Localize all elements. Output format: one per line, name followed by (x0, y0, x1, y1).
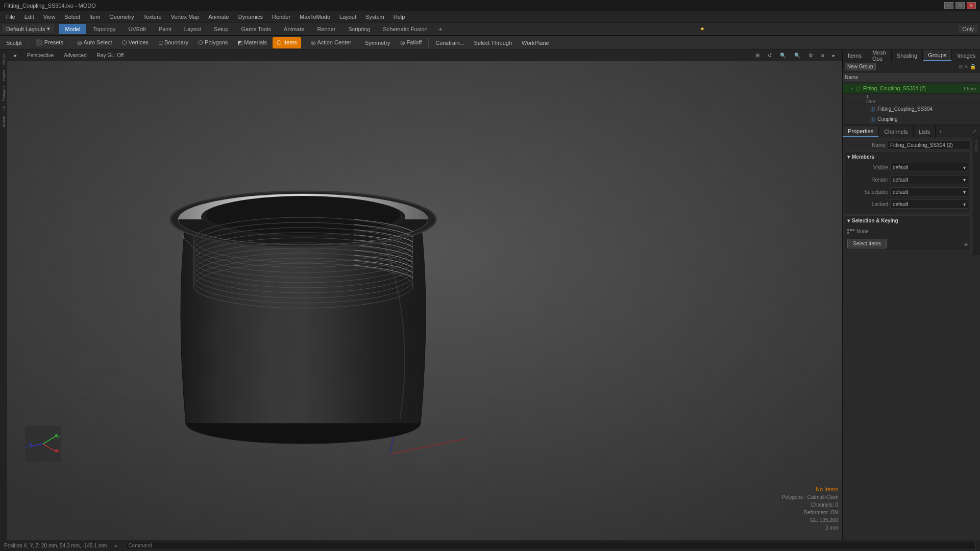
tree-row-coupling[interactable]: ◫ Coupling (843, 114, 980, 124)
menu-vertex-map[interactable]: Vertex Map (167, 13, 204, 21)
tab-game-tools[interactable]: Game Tools (235, 24, 278, 34)
tab-model[interactable]: Model (59, 24, 86, 34)
vp-icon-1[interactable]: ⊞ (752, 52, 763, 59)
menu-edit[interactable]: Edit (20, 13, 38, 21)
add-tab-button[interactable]: + (434, 23, 447, 35)
tool-auto-select[interactable]: ◎ Auto Select (73, 37, 116, 48)
tool-symmetry[interactable]: Symmetry (361, 37, 395, 48)
menu-render[interactable]: Render (268, 13, 295, 21)
viewport[interactable]: ▸ Perspective Advanced Ray GL: Off ⊞ ↺ 🔍… (7, 50, 842, 540)
locked-label: Locked (847, 202, 888, 207)
view-icon-2[interactable]: ≡ (965, 64, 968, 69)
svg-point-20 (206, 196, 400, 235)
menu-animate[interactable]: Animate (204, 13, 233, 21)
3d-canvas[interactable]: X Y Z No Items Polygons : Catmull-Clark … (7, 61, 842, 540)
menu-layout[interactable]: Layout (335, 13, 360, 21)
menu-texture[interactable]: Texture (139, 13, 166, 21)
new-group-button[interactable]: New Group (845, 63, 876, 70)
tab-items[interactable]: Items (843, 50, 867, 61)
tool-sculpt[interactable]: Sculpt (2, 37, 26, 48)
tool-action-center[interactable]: ◎ Action Center (307, 37, 355, 48)
tool-presets[interactable]: ⬛ Presets (32, 37, 67, 48)
scroll-tab-groups[interactable]: Groups (974, 139, 979, 153)
menu-help[interactable]: Help (389, 13, 409, 21)
vp-raygl[interactable]: Ray GL: Off (94, 52, 127, 59)
tab-animate[interactable]: Animate (278, 24, 310, 34)
expand-icon[interactable]: ▾ (851, 86, 856, 91)
fitting-name: Fitting_Coupling_SS304 (877, 106, 978, 112)
vp-icon-7[interactable]: ▸ (829, 52, 838, 59)
tool-items[interactable]: ⬡ Items (273, 37, 301, 48)
tab-render[interactable]: Render (311, 24, 341, 34)
command-input[interactable] (126, 542, 976, 550)
tool-polygons[interactable]: ⬡ Polygons (194, 37, 232, 48)
render-dropdown[interactable]: default ▾ (890, 175, 968, 184)
toolbar2: Sculpt ⬛ Presets ◎ Auto Select ⬡ Vertice… (0, 36, 980, 50)
selection-collapse-icon[interactable]: ▾ (847, 218, 850, 223)
tab-mesh-ops[interactable]: Mesh Ops (867, 50, 892, 61)
vp-advanced[interactable]: Advanced (61, 52, 89, 59)
menu-file[interactable]: File (2, 13, 19, 21)
members-collapse-icon[interactable]: ▾ (847, 154, 850, 160)
tool-workplane[interactable]: WorkPlane (518, 37, 553, 48)
tab-images[interactable]: Images (952, 50, 980, 61)
add-props-tab[interactable]: + (936, 128, 945, 136)
arrow-right-icon[interactable]: ▸ (965, 240, 968, 248)
locked-dropdown[interactable]: default ▾ (890, 199, 968, 209)
props-expand-icon[interactable]: ⤢ (969, 127, 980, 136)
only-button[interactable]: Only (958, 25, 978, 33)
tool-materials[interactable]: ◩ Materials (233, 37, 271, 48)
vp-icon-6[interactable]: ≡ (818, 52, 827, 59)
lock-icon[interactable]: 🔒 (970, 64, 976, 69)
tool-select-through[interactable]: Select Through (470, 37, 516, 48)
props-tab-lists[interactable]: Lists (914, 126, 936, 137)
menu-dynamics[interactable]: Dynamics (234, 13, 267, 21)
close-button[interactable]: ✕ (967, 2, 976, 9)
tool-constrain[interactable]: Constrain... (431, 37, 468, 48)
menu-item[interactable]: Item (85, 13, 104, 21)
tool-falloff[interactable]: ◎ Falloff (396, 37, 426, 48)
name-prop-input[interactable] (888, 140, 971, 149)
tree-row-fitting[interactable]: ◫ Fitting_Coupling_SS304 (843, 104, 980, 114)
vp-expand-icon[interactable]: ▸ (11, 52, 20, 59)
tab-paint[interactable]: Paint (153, 24, 178, 34)
vp-icon-3[interactable]: 🔍 (777, 52, 789, 59)
tree-row-group[interactable]: ▾ ⬡ Fitting_Coupling_SS304 (2) 1 Item (843, 84, 980, 94)
svg-text:Z: Z (25, 444, 28, 449)
tab-setup[interactable]: Setup (208, 24, 235, 34)
menu-system[interactable]: System (361, 13, 388, 21)
tab-uvedit[interactable]: UVEdit (122, 24, 152, 34)
maximize-button[interactable]: □ (955, 2, 965, 9)
vp-icon-2[interactable]: ↺ (765, 52, 775, 59)
visible-dropdown[interactable]: default ▾ (890, 163, 968, 172)
vert-label-uv[interactable]: UV (1, 104, 7, 113)
layout-dropdown[interactable]: Default Layouts ▾ (2, 24, 54, 33)
tab-topology[interactable]: Topology (87, 24, 121, 34)
select-items-button[interactable]: Select Items (847, 239, 887, 248)
props-tab-channels[interactable]: Channels (879, 126, 913, 137)
vp-perspective[interactable]: Perspective (24, 52, 57, 59)
view-icon-1[interactable]: ⊞ (959, 64, 963, 69)
vp-icon-4[interactable]: 🔍 (791, 52, 803, 59)
tab-scripting[interactable]: Scripting (342, 24, 377, 34)
vert-label-action[interactable]: Action (1, 114, 7, 129)
props-tab-properties[interactable]: Properties (843, 126, 879, 137)
tree-row-item-count[interactable]: 1 Item (843, 94, 980, 104)
selectable-dropdown[interactable]: default ▾ (890, 187, 968, 196)
tool-boundary[interactable]: ◻ Boundary (154, 37, 192, 48)
vert-label-sculpt[interactable]: Sculpt (1, 52, 7, 67)
menu-select[interactable]: Select (60, 13, 84, 21)
tab-schematic-fusion[interactable]: Schematic Fusion (377, 24, 433, 34)
vert-label-polygon[interactable]: Polygon (1, 84, 7, 103)
menu-geometry[interactable]: Geometry (105, 13, 138, 21)
menu-view[interactable]: View (39, 13, 60, 21)
vert-label-edges[interactable]: Edges (1, 68, 7, 84)
minimize-button[interactable]: — (944, 2, 953, 9)
command-label: ▸ (115, 543, 117, 548)
vp-icon-5[interactable]: ⚙ (805, 52, 816, 59)
menu-maxtomode[interactable]: MaxToModo (296, 13, 334, 21)
tab-layout[interactable]: Layout (178, 24, 207, 34)
tab-shading[interactable]: Shading (892, 50, 923, 61)
tool-vertices[interactable]: ⬡ Vertices (118, 37, 153, 48)
tab-groups[interactable]: Groups (923, 50, 952, 61)
